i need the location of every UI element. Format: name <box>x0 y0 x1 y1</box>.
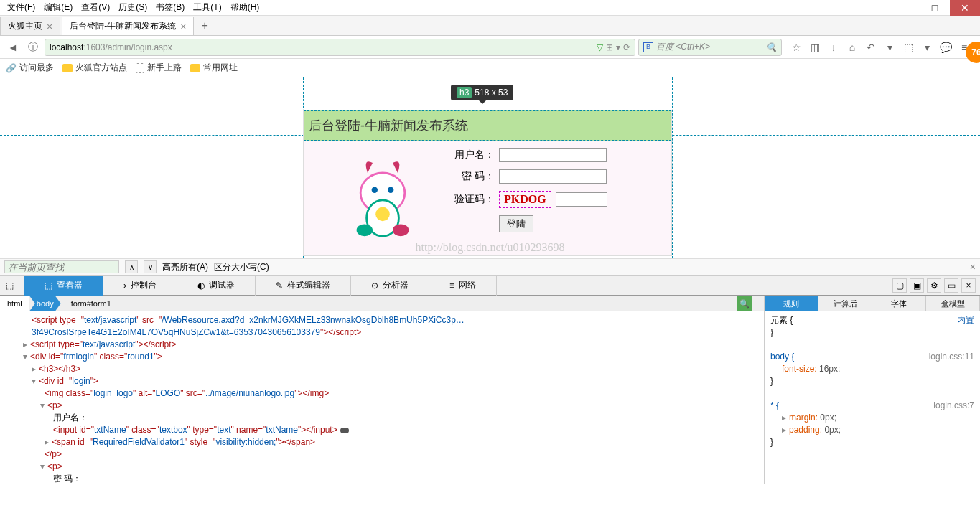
debugger-icon: ◐ <box>197 281 205 291</box>
new-tab-button[interactable]: + <box>195 17 213 35</box>
devtools-tabs: ⬚ ⬚查看器 ›控制台 ◐调试器 ✎样式编辑器 ⊙分析器 ≡网络 ▢ ▣ ⚙ ▭… <box>0 276 980 296</box>
tooltip-dims: 518 x 53 <box>475 88 508 98</box>
shield-icon[interactable]: ▽ <box>597 42 603 52</box>
login-form: 用户名： 密 码： 验证码： PKDOG 登陆 <box>454 148 664 248</box>
identity-icon[interactable]: ⓘ <box>24 39 42 56</box>
responsive-icon[interactable]: ▣ <box>910 278 924 293</box>
bookmark-firefox-official[interactable]: 火狐官方站点 <box>62 62 127 74</box>
tab-home[interactable]: 火狐主页 × <box>0 17 60 35</box>
device-icon[interactable]: ⬚ <box>901 40 915 55</box>
pick-element-icon[interactable]: ⬚ <box>0 276 24 296</box>
find-input[interactable] <box>4 260 119 273</box>
menu-view[interactable]: 查看(V) <box>77 0 114 15</box>
dock-icon[interactable]: ▭ <box>944 278 958 293</box>
library-icon[interactable]: ▥ <box>808 40 822 55</box>
menu-help[interactable]: 帮助(H) <box>226 0 264 15</box>
dropdown-icon[interactable]: ▾ <box>882 40 897 55</box>
find-bar: ∧ ∨ 高亮所有(A) 区分大小写(C) × <box>0 258 980 276</box>
inspector-guide <box>672 77 673 258</box>
menu-bookmarks[interactable]: 书签(B) <box>151 0 189 15</box>
computed-tab[interactable]: 计算后 <box>818 296 872 311</box>
bookmark-most-visited[interactable]: 🔗访问最多 <box>6 62 54 74</box>
bookmark-icon[interactable]: ☆ <box>789 40 803 55</box>
captcha-input[interactable] <box>556 192 607 207</box>
bookmark-getting-started[interactable]: 新手上路 <box>136 62 182 74</box>
link-icon: 🔗 <box>6 63 17 73</box>
split-console-icon[interactable]: ▢ <box>892 278 907 293</box>
password-input[interactable] <box>499 169 607 184</box>
dropdown-icon[interactable]: ▾ <box>920 40 934 55</box>
login-panel: 后台登陆-牛腩新闻发布系统 用户名： 密 码： <box>303 110 672 256</box>
find-prev-button[interactable]: ∧ <box>125 260 138 273</box>
captcha-image: PKDOG <box>499 191 551 208</box>
menu-file[interactable]: 文件(F) <box>3 0 39 15</box>
tab-label: 后台登陆-牛腩新闻发布系统 <box>70 20 176 32</box>
css-rules[interactable]: 元素 {内置 } body {login.css:11 font-size: 1… <box>765 311 980 484</box>
crumb-form[interactable]: form#form1 <box>61 296 118 311</box>
navigation-bar: ◄ ⓘ localhost:1603/admin/login.aspx ▽ ⊞ … <box>0 36 980 59</box>
inspector-icon: ⬚ <box>45 281 52 291</box>
username-input[interactable] <box>499 148 607 162</box>
bookmarks-bar: 🔗访问最多 火狐官方站点 新手上路 常用网址 <box>0 59 980 77</box>
profiler-icon: ⊙ <box>371 281 378 291</box>
breadcrumbs: html body form#form1 🔍 <box>0 296 764 311</box>
console-tab[interactable]: ›控制台 <box>103 276 177 296</box>
back-button[interactable]: ◄ <box>4 39 22 56</box>
window-controls: — □ ✕ <box>890 0 980 16</box>
login-heading: 后台登陆-牛腩新闻发布系统 <box>304 110 671 141</box>
crumb-html[interactable]: html <box>0 296 29 311</box>
password-label: 密 码： <box>454 170 495 183</box>
minimize-button[interactable]: — <box>890 0 920 16</box>
close-button[interactable]: ✕ <box>950 0 980 16</box>
network-tab[interactable]: ≡网络 <box>429 276 497 296</box>
captcha-label: 验证码： <box>454 193 495 206</box>
find-close-icon[interactable]: × <box>970 261 976 273</box>
bookmark-common-urls[interactable]: 常用网址 <box>190 62 238 74</box>
login-button[interactable]: 登陆 <box>499 215 533 232</box>
logo-area <box>311 148 454 248</box>
menu-edit[interactable]: 编辑(E) <box>39 0 77 15</box>
folder-icon <box>62 64 73 72</box>
url-input[interactable]: localhost:1603/admin/login.aspx ▽ ⊞ ▾ ⟳ <box>45 39 635 56</box>
qr-icon[interactable]: ⊞ <box>606 42 613 52</box>
undo-icon[interactable]: ↶ <box>864 40 878 55</box>
menu-bar: 文件(F) 编辑(E) 查看(V) 历史(S) 书签(B) 工具(T) 帮助(H… <box>0 0 980 16</box>
style-editor-tab[interactable]: ✎样式编辑器 <box>256 276 351 296</box>
chat-icon[interactable]: 💬 <box>938 40 953 55</box>
baidu-icon: B <box>643 42 653 52</box>
username-label: 用户名： <box>454 149 495 161</box>
find-next-button[interactable]: ∨ <box>144 260 157 273</box>
dropdown-icon[interactable]: ▾ <box>616 42 620 52</box>
dom-tree[interactable]: <script type="text/javascript" src="/Web… <box>0 311 764 484</box>
download-icon[interactable]: ↓ <box>826 40 841 55</box>
inspector-tooltip: h3518 x 53 <box>451 85 513 100</box>
close-devtools-icon[interactable]: × <box>961 278 976 293</box>
rules-tab[interactable]: 规则 <box>765 296 818 311</box>
menu-history[interactable]: 历史(S) <box>114 0 151 15</box>
tab-close-icon[interactable]: × <box>47 21 52 32</box>
tab-close-icon[interactable]: × <box>180 21 186 32</box>
event-badge[interactable] <box>340 428 349 433</box>
fonts-tab[interactable]: 字体 <box>872 296 926 311</box>
css-tabs: 规则 计算后 字体 盒模型 <box>765 296 980 311</box>
profiler-tab[interactable]: ⊙分析器 <box>351 276 429 296</box>
highlight-all-option[interactable]: 高亮所有(A) <box>162 261 208 273</box>
inspector-tab[interactable]: ⬚查看器 <box>24 276 103 296</box>
search-elements-icon[interactable]: 🔍 <box>737 296 752 311</box>
reload-icon[interactable]: ⟳ <box>623 42 630 52</box>
home-icon[interactable]: ⌂ <box>845 40 859 55</box>
search-placeholder: 百度 <Ctrl+K> <box>656 41 763 53</box>
mascot-logo <box>332 148 433 248</box>
tab-bar: 火狐主页 × 后台登陆-牛腩新闻发布系统 × + <box>0 16 980 36</box>
search-icon[interactable]: 🔍 <box>766 42 777 52</box>
match-case-option[interactable]: 区分大小写(C) <box>214 261 269 273</box>
box-model-tab[interactable]: 盒模型 <box>926 296 980 311</box>
tab-admin-login[interactable]: 后台登陆-牛腩新闻发布系统 × <box>62 17 194 35</box>
search-input[interactable]: B 百度 <Ctrl+K> 🔍 <box>638 39 782 56</box>
devtools-body: html body form#form1 🔍 <script type="tex… <box>0 296 980 484</box>
settings-icon[interactable]: ⚙ <box>927 278 941 293</box>
debugger-tab[interactable]: ◐调试器 <box>177 276 256 296</box>
maximize-button[interactable]: □ <box>920 0 950 16</box>
menu-tools[interactable]: 工具(T) <box>189 0 225 15</box>
crumb-body[interactable]: body <box>29 296 61 311</box>
